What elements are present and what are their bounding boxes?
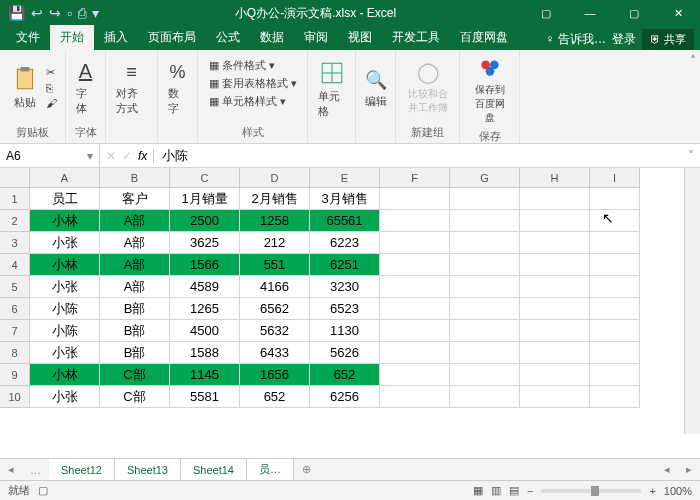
ribbon-tab[interactable]: 审阅 [294, 25, 338, 50]
cell[interactable] [520, 386, 590, 408]
row-header[interactable]: 9 [0, 364, 30, 386]
cell[interactable]: 4589 [170, 276, 240, 298]
column-header[interactable]: A [30, 168, 100, 188]
cell[interactable] [520, 188, 590, 210]
row-header[interactable]: 10 [0, 386, 30, 408]
column-header[interactable]: D [240, 168, 310, 188]
paste-button[interactable]: 粘贴 [8, 64, 42, 112]
cell[interactable] [450, 320, 520, 342]
cell[interactable]: 2500 [170, 210, 240, 232]
cell[interactable] [380, 342, 450, 364]
close-icon[interactable]: ✕ [656, 0, 700, 26]
cell[interactable] [520, 210, 590, 232]
cell[interactable] [380, 254, 450, 276]
sheet-tab[interactable]: Sheet14 [181, 459, 247, 480]
column-header[interactable]: H [520, 168, 590, 188]
cell[interactable]: B部 [100, 320, 170, 342]
cell[interactable]: 1265 [170, 298, 240, 320]
minimize-icon[interactable]: — [568, 0, 612, 26]
cell[interactable]: 小张 [30, 232, 100, 254]
cell[interactable]: 6223 [310, 232, 380, 254]
ribbon-tab[interactable]: 开始 [50, 25, 94, 50]
cell[interactable]: 3月销售 [310, 188, 380, 210]
collapse-ribbon-icon[interactable]: ˄ [690, 54, 696, 68]
cell[interactable] [590, 320, 640, 342]
save-icon[interactable]: 💾 [8, 5, 25, 21]
cell[interactable]: 6256 [310, 386, 380, 408]
sheet-tab-extra[interactable]: 员… [247, 459, 294, 480]
cell[interactable]: 小林 [30, 364, 100, 386]
cell[interactable]: 5581 [170, 386, 240, 408]
alignment-button[interactable]: ≡对齐方式 [112, 60, 151, 118]
cell[interactable] [380, 298, 450, 320]
open-icon[interactable]: ⎙ [78, 5, 86, 21]
cell[interactable]: 212 [240, 232, 310, 254]
cell[interactable]: C部 [100, 386, 170, 408]
cell[interactable] [450, 276, 520, 298]
cell[interactable]: A部 [100, 232, 170, 254]
view-break-icon[interactable]: ▤ [509, 484, 519, 497]
cell[interactable] [380, 364, 450, 386]
spreadsheet-grid[interactable]: 12345678910 ABCDEFGHI 员工客户1月销量2月销售3月销售小林… [0, 168, 700, 434]
ribbon-tab[interactable]: 文件 [6, 25, 50, 50]
cell[interactable] [520, 364, 590, 386]
cell[interactable]: A部 [100, 210, 170, 232]
cell[interactable] [450, 386, 520, 408]
cells-button[interactable]: 单元格 [314, 58, 349, 121]
cell[interactable]: 652 [310, 364, 380, 386]
cell[interactable]: C部 [100, 364, 170, 386]
cell[interactable]: 1258 [240, 210, 310, 232]
tell-me[interactable]: ♀ 告诉我… [546, 31, 606, 48]
login-link[interactable]: 登录 [612, 31, 636, 48]
cut-icon[interactable]: ✂ [46, 66, 57, 79]
cell[interactable]: 1145 [170, 364, 240, 386]
column-header[interactable]: G [450, 168, 520, 188]
save-to-baidu-button[interactable]: 保存到百度网盘 [466, 52, 513, 127]
new-sheet-icon[interactable]: ⊕ [294, 463, 319, 476]
fx-icon[interactable]: fx [138, 149, 147, 163]
sheet-tab[interactable]: Sheet12 [49, 459, 115, 480]
cell[interactable] [520, 342, 590, 364]
row-header[interactable]: 7 [0, 320, 30, 342]
cell[interactable]: 1588 [170, 342, 240, 364]
cell[interactable]: 小陈 [30, 320, 100, 342]
cell[interactable]: A部 [100, 254, 170, 276]
cell[interactable] [380, 320, 450, 342]
zoom-out-icon[interactable]: − [527, 485, 533, 497]
cell[interactable]: 小张 [30, 276, 100, 298]
cell[interactable]: 4500 [170, 320, 240, 342]
cell[interactable] [450, 342, 520, 364]
qat-more-icon[interactable]: ▾ [92, 5, 99, 21]
name-box[interactable]: A6▾ [0, 144, 100, 167]
cell[interactable] [450, 232, 520, 254]
cell[interactable]: 652 [240, 386, 310, 408]
cell[interactable] [590, 210, 640, 232]
row-header[interactable]: 5 [0, 276, 30, 298]
zoom-in-icon[interactable]: + [649, 485, 655, 497]
cell[interactable]: 员工 [30, 188, 100, 210]
cell[interactable]: 客户 [100, 188, 170, 210]
cell[interactable] [590, 254, 640, 276]
cell[interactable]: B部 [100, 342, 170, 364]
zoom-slider[interactable] [541, 489, 641, 493]
cell[interactable]: 6251 [310, 254, 380, 276]
cell-styles-button[interactable]: ▦ 单元格样式 ▾ [209, 94, 297, 109]
cell[interactable]: 5632 [240, 320, 310, 342]
column-header[interactable]: E [310, 168, 380, 188]
cell[interactable] [520, 320, 590, 342]
ribbon-display-icon[interactable]: ▢ [524, 0, 568, 26]
ribbon-tab[interactable]: 插入 [94, 25, 138, 50]
cell[interactable]: 65561 [310, 210, 380, 232]
ribbon-tab[interactable]: 数据 [250, 25, 294, 50]
new-icon[interactable]: ▫ [67, 5, 72, 21]
font-button[interactable]: A字体 [72, 58, 99, 118]
cell[interactable] [380, 210, 450, 232]
column-header[interactable]: B [100, 168, 170, 188]
cell[interactable]: 5626 [310, 342, 380, 364]
cell[interactable]: A部 [100, 276, 170, 298]
column-header[interactable]: C [170, 168, 240, 188]
cell[interactable] [520, 276, 590, 298]
formula-input[interactable]: 小陈 [154, 147, 682, 165]
cell[interactable] [450, 254, 520, 276]
vertical-scrollbar[interactable] [684, 168, 700, 434]
